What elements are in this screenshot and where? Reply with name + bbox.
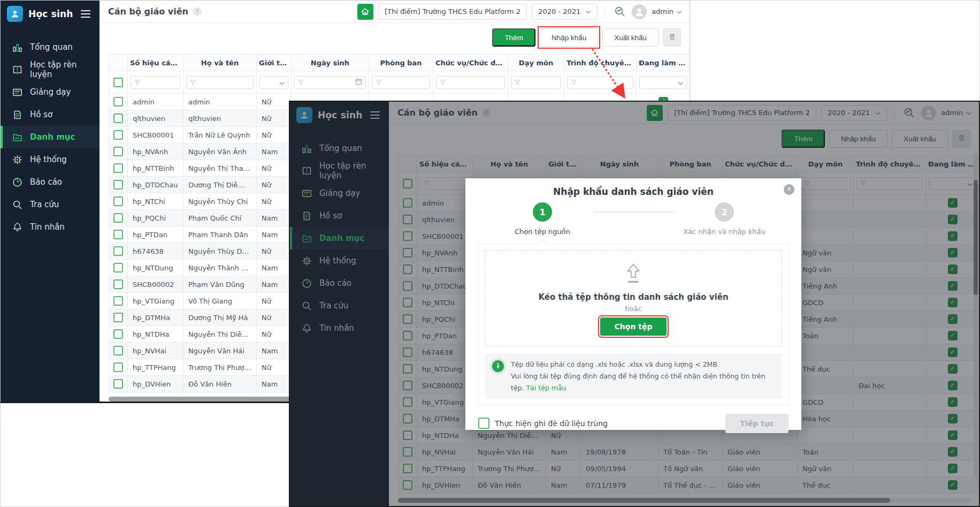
page-title: Cán bộ giáo viên [108, 6, 188, 17]
chevron-down-icon [677, 7, 682, 16]
school-selector[interactable]: [Thí điểm] Trường THCS Edu Platform 2 [378, 4, 527, 20]
row-checkbox[interactable] [113, 329, 123, 339]
filter-dept[interactable] [372, 76, 430, 89]
cell-gender: Nữ [257, 193, 292, 210]
col-header-role[interactable]: Chức vụ/Chức danh [433, 55, 508, 71]
col-header-dept[interactable]: Phòng ban [369, 55, 433, 71]
import-button[interactable]: Nhập khẩu [540, 28, 598, 47]
select-all-checkbox[interactable] [113, 78, 123, 87]
sidebar-nav: Tổng quanHọc tập rèn luyệnGiảng dạyHồ sơ… [1, 36, 99, 238]
file-dropzone[interactable]: Kéo thả tệp thông tin danh sách giáo viê… [485, 250, 782, 346]
cell-name: admin [183, 94, 257, 110]
sidebar-item-learning[interactable]: Học tập rèn luyện [1, 58, 99, 81]
cell-id: h674638 [128, 243, 183, 260]
window-import-dialog: Học sinh Tổng quanHọc tập rèn luyệnGiảng… [289, 101, 980, 507]
col-header-id[interactable]: Số hiệu cán bộ [128, 55, 183, 71]
filter-working[interactable] [639, 76, 687, 89]
row-checkbox[interactable] [113, 246, 123, 256]
sidebar-item-lookup[interactable]: Tra cứu [1, 193, 99, 216]
sidebar-item-catalog[interactable]: Danh mục [1, 126, 99, 148]
app-brand: Học sinh [1, 1, 99, 27]
col-header-name[interactable]: Họ và tên [183, 55, 257, 71]
cell-gender: Nữ [257, 110, 292, 127]
help-icon[interactable]: ? [193, 7, 202, 16]
col-header-dob[interactable]: Ngày sinh [292, 55, 369, 71]
user-menu[interactable]: admin [652, 7, 682, 16]
row-checkbox[interactable] [113, 279, 123, 289]
sidebar-item-system[interactable]: Hệ thống [1, 148, 99, 171]
sidebar-item-overview[interactable]: Tổng quan [1, 36, 99, 58]
filter-qual[interactable] [567, 76, 633, 89]
hamburger-menu-icon[interactable] [79, 9, 92, 20]
bar-chart-icon [11, 41, 23, 53]
add-button[interactable]: Thêm [492, 28, 535, 47]
toolbar: Thêm Nhập khẩu Xuất khẩu [99, 23, 690, 47]
cell-id: hp_NTTBinh [128, 160, 183, 177]
filter-name[interactable] [186, 76, 254, 89]
funnel-icon [298, 77, 304, 87]
cell-name: Nguyễn Văn Ảnh [183, 143, 257, 160]
row-checkbox[interactable] [113, 263, 123, 273]
cell-gender: Nam [257, 343, 292, 359]
row-checkbox[interactable] [113, 97, 123, 107]
student-app-icon [7, 6, 23, 22]
cell-name: Trương Thị Phượng... [183, 359, 257, 376]
row-checkbox[interactable] [113, 313, 123, 322]
close-icon[interactable]: ✕ [784, 184, 794, 195]
step-2-circle: 2 [715, 202, 734, 222]
cell-id: hp_NVAnh [128, 143, 183, 160]
home-icon[interactable] [357, 4, 373, 20]
col-header-subject[interactable]: Dạy môn [508, 55, 564, 71]
row-checkbox[interactable] [113, 163, 123, 173]
cell-id: hp_NVHai [128, 343, 183, 359]
topbar: Cán bộ giáo viên ? [Thí điểm] Trường THC… [99, 1, 690, 23]
filter-subject[interactable] [511, 76, 561, 89]
col-header-working[interactable]: Đang làm việc [637, 55, 690, 71]
overwrite-checkbox[interactable] [478, 418, 489, 429]
sidebar-item-messages[interactable]: Tin nhắn [1, 216, 99, 238]
cell-gender: Nam [257, 376, 292, 392]
filter-dob[interactable] [294, 76, 366, 89]
info-line-1: Tệp dữ liệu phải có dạng .xls hoặc .xlsx… [511, 360, 717, 368]
export-button[interactable]: Xuất khẩu [602, 28, 659, 47]
cell-id: hp_NTDung [128, 260, 183, 276]
sidebar-item-teaching[interactable]: Giảng dạy [1, 81, 99, 103]
cell-gender: Nam [257, 260, 292, 276]
step-connector [593, 211, 673, 213]
filter-role[interactable] [436, 76, 505, 89]
sidebar-item-reports[interactable]: Báo cáo [1, 171, 99, 193]
continue-button[interactable]: Tiếp tục [725, 414, 788, 433]
trash-icon [668, 32, 677, 43]
col-header-gender[interactable]: Giới tính [257, 55, 292, 71]
cell-name: Phạm Văn Dũng [183, 276, 257, 293]
cell-id: SHCB00001 [128, 127, 183, 143]
sidebar-item-label: Tin nhắn [30, 222, 65, 232]
row-checkbox[interactable] [113, 147, 123, 156]
modal-title: Nhập khẩu danh sách giáo viên [478, 186, 788, 197]
delete-button[interactable] [663, 28, 681, 47]
row-checkbox[interactable] [113, 362, 123, 372]
avatar[interactable] [632, 4, 647, 19]
filter-gender[interactable] [259, 76, 288, 89]
row-checkbox[interactable] [113, 180, 123, 190]
col-header-qual[interactable]: Trình độ chuyên môn [564, 55, 637, 71]
cell-gender: Nam [257, 276, 292, 293]
row-checkbox[interactable] [113, 113, 123, 123]
calendar-icon [355, 77, 362, 87]
school-year-selector[interactable]: 2020 - 2021 [532, 4, 598, 20]
row-checkbox[interactable] [113, 346, 123, 355]
row-checkbox[interactable] [113, 230, 123, 239]
row-checkbox[interactable] [113, 213, 123, 223]
row-checkbox[interactable] [113, 379, 123, 389]
row-checkbox[interactable] [113, 196, 123, 206]
chevron-down-icon [678, 77, 683, 87]
download-template-link[interactable]: Tải tệp mẫu [526, 384, 566, 392]
sidebar-item-records[interactable]: Hồ sơ [1, 103, 99, 126]
filter-id[interactable] [131, 76, 180, 89]
sidebar-item-label: Báo cáo [30, 177, 62, 187]
cell-gender: Nữ [257, 309, 292, 326]
row-checkbox[interactable] [113, 130, 123, 140]
zoom-chart-icon[interactable] [613, 5, 627, 19]
choose-file-button[interactable]: Chọn tệp [600, 317, 667, 336]
row-checkbox[interactable] [113, 296, 123, 306]
